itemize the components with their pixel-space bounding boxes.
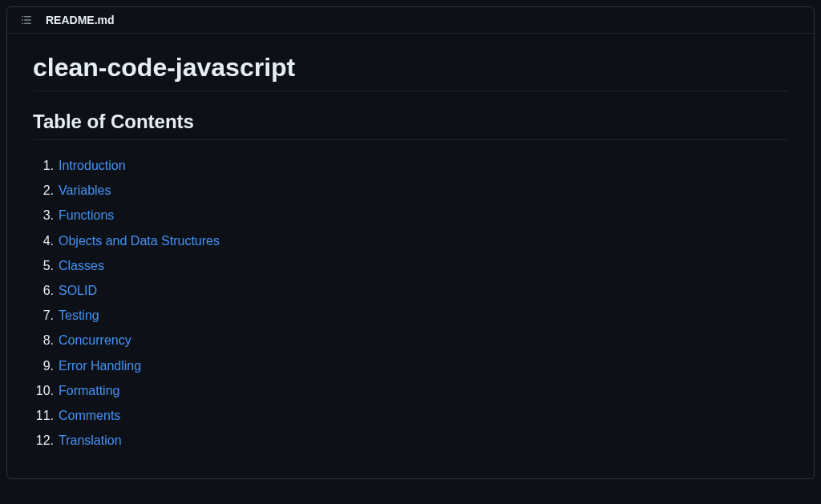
readme-body: clean-code-javascript Table of Contents … — [7, 34, 814, 478]
toc-item: Formatting — [59, 378, 788, 403]
toc-link-objects[interactable]: Objects and Data Structures — [59, 234, 220, 248]
readme-header: README.md — [7, 7, 814, 34]
toc-link-comments[interactable]: Comments — [59, 409, 120, 422]
toc-item: Concurrency — [59, 328, 788, 353]
toc-item: Variables — [59, 178, 788, 203]
readme-container: README.md clean-code-javascript Table of… — [6, 6, 815, 479]
toc-item: Functions — [59, 203, 788, 228]
toc-item: Error Handling — [59, 353, 788, 378]
toc-link-formatting[interactable]: Formatting — [59, 384, 119, 397]
toc-item: Classes — [59, 253, 788, 278]
main-heading: clean-code-javascript — [33, 53, 788, 91]
toc-link-variables[interactable]: Variables — [59, 183, 111, 197]
toc-link-testing[interactable]: Testing — [59, 308, 99, 322]
toc-item: SOLID — [59, 278, 788, 303]
filename[interactable]: README.md — [46, 14, 115, 26]
toc-link-concurrency[interactable]: Concurrency — [59, 333, 131, 347]
toc-link-translation[interactable]: Translation — [59, 433, 122, 447]
toc-item: Objects and Data Structures — [59, 228, 788, 253]
toc-link-classes[interactable]: Classes — [59, 259, 104, 272]
toc-link-functions[interactable]: Functions — [59, 208, 114, 222]
toc-link-error-handling[interactable]: Error Handling — [59, 359, 141, 373]
toc-item: Testing — [59, 303, 788, 328]
toc-item: Introduction — [59, 153, 788, 178]
toc-link-solid[interactable]: SOLID — [59, 284, 97, 297]
toc-link-introduction[interactable]: Introduction — [59, 159, 126, 172]
toc-list: Introduction Variables Functions Objects… — [33, 153, 788, 453]
toc-item: Translation — [59, 428, 788, 453]
toc-heading: Table of Contents — [33, 111, 788, 140]
toc-icon[interactable] — [20, 14, 33, 26]
toc-item: Comments — [59, 403, 788, 428]
